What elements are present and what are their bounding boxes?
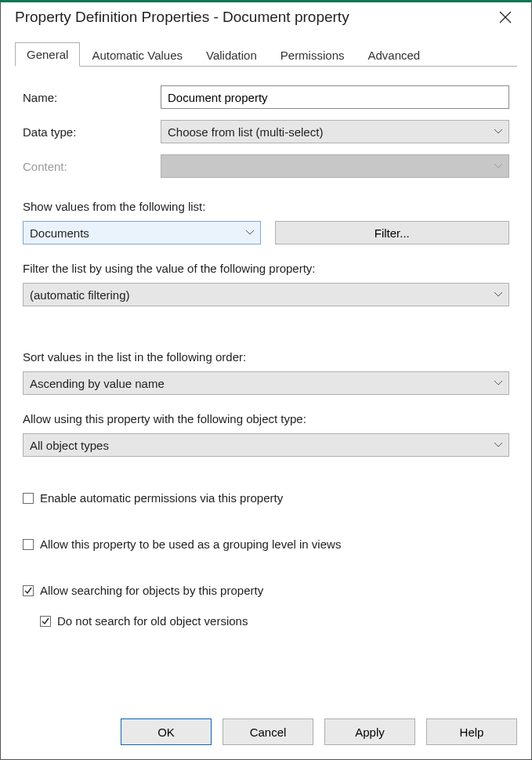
allow-searching-checkbox[interactable]: Allow searching for objects by this prop… bbox=[23, 584, 509, 597]
allow-object-value: All object types bbox=[30, 439, 109, 452]
cancel-button[interactable]: Cancel bbox=[223, 718, 313, 745]
filter-list-value: (automatic filtering) bbox=[30, 288, 130, 302]
content-row: Content: bbox=[23, 154, 509, 178]
show-values-combo[interactable]: Documents bbox=[23, 221, 261, 244]
checkbox-icon bbox=[23, 539, 34, 550]
close-button[interactable] bbox=[490, 11, 520, 24]
content-label: Content: bbox=[23, 160, 161, 173]
filter-list-combo[interactable]: (automatic filtering) bbox=[23, 283, 509, 306]
filter-button[interactable]: Filter... bbox=[275, 221, 510, 244]
datatype-row: Data type: Choose from list (multi-selec… bbox=[23, 120, 509, 143]
checkbox-icon bbox=[23, 493, 34, 504]
filter-list-label: Filter the list by using the value of th… bbox=[23, 262, 509, 275]
checkbox-icon bbox=[23, 585, 34, 596]
chevron-down-icon bbox=[494, 164, 502, 168]
no-old-versions-label: Do not search for old object versions bbox=[57, 614, 248, 628]
tab-automatic-values[interactable]: Automatic Values bbox=[80, 43, 194, 67]
show-values-value: Documents bbox=[30, 226, 89, 240]
help-button[interactable]: Help bbox=[426, 718, 517, 745]
chevron-down-icon bbox=[494, 129, 502, 134]
sort-label: Sort values in the list in the following… bbox=[23, 350, 509, 364]
dialog-window: Property Definition Properties - Documen… bbox=[0, 0, 532, 760]
apply-button[interactable]: Apply bbox=[324, 718, 415, 745]
name-row: Name: bbox=[23, 85, 509, 109]
tab-permissions[interactable]: Permissions bbox=[269, 43, 356, 67]
tab-strip: General Automatic Values Validation Perm… bbox=[15, 42, 517, 67]
allow-object-label: Allow using this property with the follo… bbox=[23, 412, 509, 425]
ok-button[interactable]: OK bbox=[121, 718, 212, 745]
sort-combo[interactable]: Ascending by value name bbox=[23, 371, 509, 395]
sort-value: Ascending by value name bbox=[30, 377, 165, 390]
titlebar: Property Definition Properties - Documen… bbox=[1, 2, 531, 31]
window-title: Property Definition Properties - Documen… bbox=[15, 9, 349, 26]
tab-advanced[interactable]: Advanced bbox=[356, 43, 432, 67]
allow-object-combo[interactable]: All object types bbox=[23, 433, 509, 457]
button-bar: OK Cancel Apply Help bbox=[1, 708, 531, 759]
datatype-label: Data type: bbox=[23, 125, 161, 139]
show-values-row: Documents Filter... bbox=[23, 221, 509, 244]
dialog-body: General Automatic Values Validation Perm… bbox=[1, 31, 531, 708]
general-panel: Name: Data type: Choose from list (multi… bbox=[15, 67, 517, 708]
datatype-value: Choose from list (multi-select) bbox=[168, 125, 323, 139]
chevron-down-icon bbox=[494, 292, 502, 297]
content-combo bbox=[161, 154, 509, 178]
chevron-down-icon bbox=[494, 381, 502, 385]
enable-auto-perms-label: Enable automatic permissions via this pr… bbox=[40, 491, 283, 505]
chevron-down-icon bbox=[494, 443, 502, 447]
datatype-combo[interactable]: Choose from list (multi-select) bbox=[161, 120, 509, 143]
show-values-label: Show values from the following list: bbox=[23, 200, 509, 213]
no-old-versions-checkbox[interactable]: Do not search for old object versions bbox=[40, 614, 509, 628]
tab-validation[interactable]: Validation bbox=[194, 43, 269, 67]
checkbox-icon bbox=[40, 616, 51, 627]
tab-general[interactable]: General bbox=[15, 42, 80, 67]
allow-searching-label: Allow searching for objects by this prop… bbox=[40, 584, 263, 597]
enable-auto-perms-checkbox[interactable]: Enable automatic permissions via this pr… bbox=[23, 491, 509, 505]
close-icon bbox=[499, 11, 512, 24]
allow-grouping-checkbox[interactable]: Allow this property to be used as a grou… bbox=[23, 537, 509, 551]
name-input[interactable] bbox=[161, 85, 509, 109]
allow-grouping-label: Allow this property to be used as a grou… bbox=[40, 537, 341, 551]
name-label: Name: bbox=[23, 91, 161, 104]
chevron-down-icon bbox=[246, 230, 254, 235]
